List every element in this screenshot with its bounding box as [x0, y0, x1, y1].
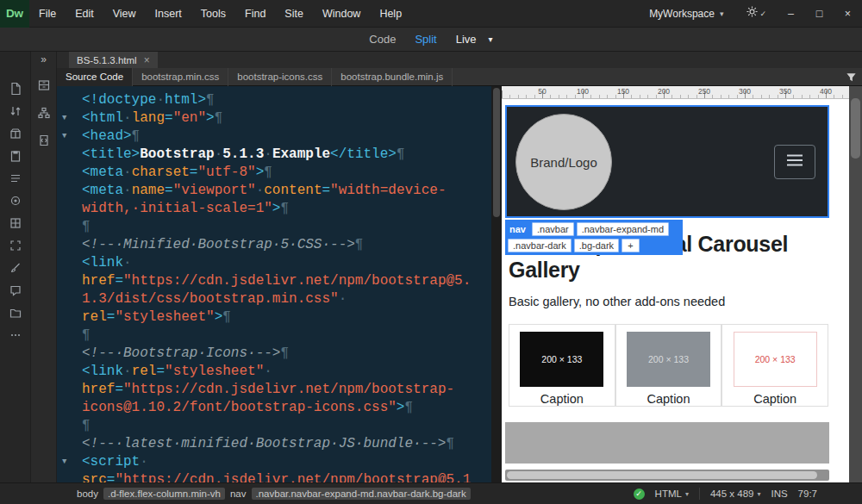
menu-tools[interactable]: Tools	[191, 0, 235, 28]
code-line[interactable]: <!--·Bootstrap·Icons·-->¶	[57, 345, 491, 363]
fold-arrow-icon[interactable]: ▼	[62, 457, 66, 468]
fold-arrow-icon[interactable]: ▼	[62, 131, 66, 142]
gallery-card[interactable]: 200 × 133Caption	[615, 324, 722, 407]
code-line[interactable]: <meta·charset="utf-8">¶	[57, 164, 491, 182]
related-file-bootstrap-bundle-min-js[interactable]: bootstrap.bundle.min.js	[332, 68, 453, 86]
hud-class-chip[interactable]: .navbar-dark	[508, 239, 572, 252]
hud-add-class-button[interactable]: +	[622, 239, 639, 252]
live-view-dropdown-icon[interactable]: ▾	[489, 34, 493, 44]
tag-selector[interactable]: nav	[230, 488, 247, 499]
horizontal-ruler: 50100150200250300350400450	[502, 86, 849, 99]
preview-navbar[interactable]: Brand/Logo	[505, 105, 829, 218]
menu-file[interactable]: File	[29, 0, 66, 28]
package-icon[interactable]	[6, 124, 25, 143]
sort-arrows-icon[interactable]	[6, 102, 25, 121]
ruler-label: 400	[820, 87, 832, 96]
code-scrollbar[interactable]	[491, 86, 502, 482]
sync-status-icon: ✓	[634, 488, 645, 500]
tag-selector[interactable]: body	[77, 488, 98, 499]
chevron-down-icon: ▾	[720, 9, 724, 18]
code-line[interactable]: <!--·latest·minified·Bootstrap·JS·bundle…	[57, 435, 491, 453]
gallery-card[interactable]: 200 × 133Caption	[509, 324, 615, 407]
code-line[interactable]: <meta·name="viewport"·content="width=dev…	[57, 182, 491, 218]
code-scrollbar-thumb[interactable]	[493, 88, 500, 217]
snippets-panel-icon[interactable]	[34, 131, 53, 150]
sync-settings-button[interactable]: ✓	[735, 0, 777, 28]
code-line[interactable]: <!doctype·html>¶	[57, 91, 491, 109]
dom-panel-icon[interactable]	[34, 103, 53, 122]
menu-window[interactable]: Window	[313, 0, 370, 28]
gallery-card[interactable]: 200 × 133Caption	[721, 324, 828, 407]
split-view: <!doctype·html>¶▼<html·lang="en">¶▼<head…	[57, 86, 862, 482]
minimize-button[interactable]: –	[777, 0, 805, 28]
placeholder-image: 200 × 133	[627, 332, 710, 387]
related-file-bootstrap-min-css[interactable]: bootstrap.min.css	[133, 68, 228, 86]
window-size-selector[interactable]: 445 x 489 ▾	[710, 488, 761, 499]
navbar-toggler-button[interactable]	[774, 145, 815, 179]
live-horizontal-scrollbar[interactable]	[505, 470, 829, 481]
code-line[interactable]: ▼<head>¶	[57, 128, 491, 146]
view-mode-split[interactable]: Split	[415, 33, 436, 46]
view-mode-code[interactable]: Code	[369, 33, 396, 46]
code-line[interactable]: ¶	[57, 417, 491, 435]
code-line[interactable]: ▼<script· src="https://cdn.jsdelivr.net/…	[57, 453, 491, 482]
target-icon[interactable]	[6, 191, 25, 210]
hud-class-chip[interactable]: .navbar	[532, 222, 574, 236]
live-h-scrollbar-thumb[interactable]	[507, 471, 817, 479]
tag-selector[interactable]: .navbar.navbar-expand-md.navbar-dark.bg-…	[252, 488, 471, 500]
document-tab-bar: BS-5.1.3.html ×	[57, 52, 862, 68]
menu-edit[interactable]: Edit	[66, 0, 103, 28]
live-vertical-scrollbar[interactable]	[849, 86, 862, 482]
collapse-panels-button[interactable]: »	[41, 52, 47, 67]
menu-help[interactable]: Help	[370, 0, 411, 28]
related-file-source-code[interactable]: Source Code	[57, 68, 133, 86]
filter-funnel-icon[interactable]	[846, 71, 857, 86]
list-icon[interactable]	[6, 169, 25, 188]
tab-close-icon[interactable]: ×	[144, 54, 150, 66]
comment-icon[interactable]	[6, 281, 25, 300]
more-icon[interactable]	[6, 326, 25, 345]
live-v-scrollbar-thumb[interactable]	[851, 98, 860, 159]
doctype-selector[interactable]: HTML ▾	[655, 488, 689, 499]
clipboard-icon[interactable]	[6, 146, 25, 165]
related-file-bootstrap-icons-css[interactable]: bootstrap-icons.css	[228, 68, 332, 86]
code-view[interactable]: <!doctype·html>¶▼<html·lang="en">¶▼<head…	[57, 86, 491, 482]
related-files-list: Source Codebootstrap.min.cssbootstrap-ic…	[57, 68, 453, 86]
code-line[interactable]: ¶	[57, 218, 491, 236]
menu-site[interactable]: Site	[275, 0, 313, 28]
fold-arrow-icon[interactable]: ▼	[62, 113, 66, 124]
document-tab[interactable]: BS-5.1.3.html ×	[69, 52, 158, 68]
view-mode-live[interactable]: Live	[456, 33, 477, 46]
workspace-switcher[interactable]: MyWorkspace ▾	[637, 0, 735, 28]
brush-icon[interactable]	[6, 258, 25, 277]
code-line[interactable]: ¶	[57, 327, 491, 345]
maximize-button[interactable]: □	[805, 0, 834, 28]
menubar-right: MyWorkspace ▾ ✓ – □ ×	[637, 0, 862, 28]
folder-icon[interactable]	[6, 303, 25, 322]
element-hud[interactable]: nav.navbar.navbar-expand-md.navbar-dark.…	[505, 220, 683, 255]
live-document[interactable]: Brand/Logo Bootstrap 5 Modal Carousel Ga…	[502, 99, 849, 482]
hud-class-chip[interactable]: .bg-dark	[574, 239, 619, 252]
brand-logo[interactable]: Brand/Logo	[515, 114, 612, 210]
footer-block	[505, 422, 829, 464]
code-line[interactable]: <link·rel="stylesheet"· href="https://cd…	[57, 363, 491, 417]
menu-insert[interactable]: Insert	[146, 0, 191, 28]
live-view: 50100150200250300350400450 Brand/Logo Bo…	[502, 86, 862, 482]
menu-view[interactable]: View	[103, 0, 146, 28]
chevron-down-icon: ▾	[757, 490, 760, 498]
grid-icon[interactable]	[6, 214, 25, 233]
code-line[interactable]: <!--·Minified·Bootstrap·5·CSS·-->¶	[57, 236, 491, 254]
hud-class-chip[interactable]: .navbar-expand-md	[577, 222, 669, 236]
code-line[interactable]: <link· href="https://cdn.jsdelivr.net/np…	[57, 254, 491, 327]
files-panel-icon[interactable]	[34, 76, 53, 95]
panel-strip: »	[31, 52, 57, 482]
gear-icon	[746, 5, 759, 22]
menu-find[interactable]: Find	[235, 0, 275, 28]
file-icon[interactable]	[6, 79, 25, 98]
code-line[interactable]: ▼<html·lang="en">¶	[57, 109, 491, 128]
tag-selector[interactable]: .d-flex.flex-column.min-vh	[103, 488, 225, 500]
hud-tag-label[interactable]: nav	[508, 223, 529, 235]
code-line[interactable]: <title>Bootstrap·5.1.3·Example</title>¶	[57, 146, 491, 164]
close-button[interactable]: ×	[834, 0, 862, 28]
expand-icon[interactable]	[6, 236, 25, 255]
